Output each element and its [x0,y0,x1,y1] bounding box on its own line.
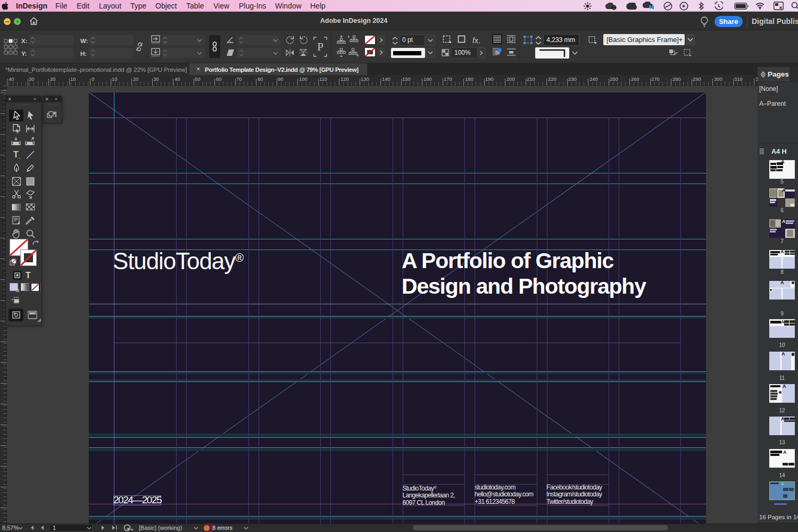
svg-text:P: P [317,40,323,53]
svg-text:¶: ¶ [53,110,57,118]
svg-text:T: T [13,149,19,159]
